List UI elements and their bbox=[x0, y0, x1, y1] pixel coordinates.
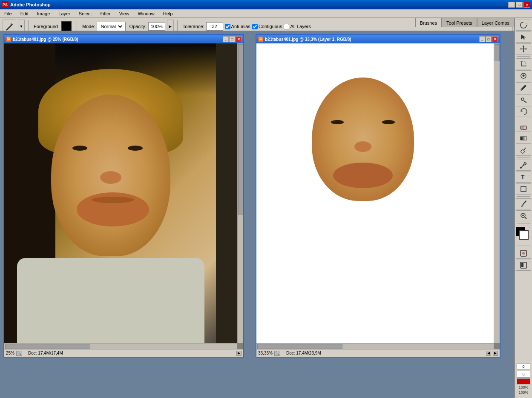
rtool-screen-mode[interactable] bbox=[516, 260, 531, 271]
doc-1-nav-right[interactable]: ▶ bbox=[236, 351, 242, 356]
rtool-brush[interactable] bbox=[516, 82, 531, 93]
all-layers-checkbox-label[interactable]: All Layers bbox=[284, 24, 311, 29]
tab-layer-comps[interactable]: Layer Comps bbox=[477, 18, 514, 27]
doc-1-icon: 🖼 bbox=[6, 37, 11, 42]
svg-rect-14 bbox=[521, 186, 526, 192]
doc-1-hscroll[interactable] bbox=[4, 343, 237, 349]
doc-1-zoom-icon[interactable]: 🔍 bbox=[16, 351, 22, 356]
all-layers-label: All Layers bbox=[290, 24, 311, 29]
dodge-icon bbox=[520, 146, 527, 154]
opacity-input[interactable] bbox=[148, 22, 165, 31]
doc-1-image bbox=[4, 43, 237, 343]
mode-label: Mode: bbox=[82, 24, 95, 29]
doc-2-controls: _ □ ✕ bbox=[479, 36, 498, 42]
doc-2-hscroll[interactable] bbox=[256, 343, 494, 349]
rtool-dodge[interactable] bbox=[516, 145, 531, 156]
doc-2-zoom: 33,33% bbox=[258, 351, 273, 355]
rtool-heal[interactable] bbox=[516, 70, 531, 81]
contiguous-checkbox[interactable] bbox=[252, 24, 258, 29]
tab-tool-presets[interactable]: Tool Presets bbox=[442, 18, 477, 27]
right-tool-panel: T 100% 100% bbox=[514, 18, 532, 398]
doc-2-nav-right[interactable]: ▶ bbox=[493, 351, 498, 356]
menu-window[interactable]: Window bbox=[135, 10, 157, 17]
color-swap-area[interactable] bbox=[516, 227, 531, 242]
main-workspace: 🖼 b21tabus401.jpg @ 25% (RGB/8) _ □ ✕ bbox=[0, 31, 514, 398]
menu-filter[interactable]: Filter bbox=[98, 10, 113, 17]
rtool-select[interactable] bbox=[516, 31, 531, 43]
menu-help[interactable]: Help bbox=[161, 10, 175, 17]
ext-right-eye bbox=[382, 120, 395, 124]
menu-image[interactable]: Image bbox=[35, 10, 53, 17]
right-input-2[interactable] bbox=[517, 371, 530, 378]
doc-1-canvas[interactable] bbox=[4, 43, 243, 349]
color-indicator bbox=[517, 378, 530, 384]
menu-view[interactable]: View bbox=[117, 10, 132, 17]
brush-icon bbox=[520, 84, 527, 92]
rtool-lasso[interactable] bbox=[516, 20, 531, 31]
rtool-div-4 bbox=[517, 196, 530, 197]
doc-1-minimize[interactable]: _ bbox=[223, 36, 229, 42]
rtool-clone[interactable] bbox=[516, 94, 531, 105]
menu-select[interactable]: Select bbox=[76, 10, 95, 17]
doc-2-minimize[interactable]: _ bbox=[479, 36, 485, 42]
doc-1-maximize[interactable]: □ bbox=[229, 36, 235, 42]
anti-alias-checkbox[interactable] bbox=[225, 24, 230, 29]
doc-2-doc-info: Doc: 17,4M/23,9M bbox=[286, 351, 321, 355]
rtool-crop[interactable] bbox=[516, 58, 531, 69]
doc-1-close[interactable]: ✕ bbox=[236, 36, 242, 42]
zoom-icon bbox=[520, 212, 527, 220]
tab-brushes[interactable]: Brushes bbox=[415, 18, 442, 27]
bg-color[interactable] bbox=[519, 230, 529, 240]
menu-edit[interactable]: Edit bbox=[18, 10, 31, 17]
doc-2-statusbar: 33,33% 🔍 Doc: 17,4M/23,9M ◀ ▶ bbox=[256, 349, 500, 357]
doc-2-close[interactable]: ✕ bbox=[492, 36, 498, 42]
rtool-shape[interactable] bbox=[516, 183, 531, 195]
svg-rect-20 bbox=[521, 263, 523, 267]
rtool-quick-mask[interactable] bbox=[516, 248, 531, 259]
foreground-color-swatch[interactable] bbox=[61, 21, 72, 31]
doc-1-vscroll-thumb bbox=[238, 44, 243, 215]
rtool-history[interactable] bbox=[516, 106, 531, 117]
maximize-button[interactable]: □ bbox=[516, 2, 523, 8]
mode-select[interactable]: Normal Multiply Screen bbox=[99, 23, 124, 29]
right-input-1[interactable] bbox=[517, 363, 530, 370]
svg-point-12 bbox=[520, 167, 522, 169]
doc-2-vscroll[interactable] bbox=[494, 43, 500, 343]
shirt bbox=[17, 258, 204, 343]
contiguous-label: Contiguous bbox=[259, 24, 282, 29]
svg-line-16 bbox=[525, 217, 526, 219]
tolerance-input[interactable] bbox=[206, 22, 223, 31]
rtool-zoom[interactable] bbox=[516, 210, 531, 221]
all-layers-checkbox[interactable] bbox=[284, 24, 289, 29]
minimize-button[interactable]: _ bbox=[508, 2, 515, 8]
contiguous-checkbox-label[interactable]: Contiguous bbox=[252, 24, 282, 29]
right-panel-inputs: 100% 100% bbox=[517, 363, 530, 396]
doc-1-vscroll[interactable] bbox=[237, 43, 243, 343]
menu-layer[interactable]: Layer bbox=[56, 10, 73, 17]
opacity-label: Opacity: bbox=[129, 24, 146, 29]
menu-bar: File Edit Image Layer Select Filter View… bbox=[0, 9, 532, 18]
rtool-move[interactable] bbox=[516, 43, 531, 54]
shape-icon bbox=[520, 185, 527, 193]
doc-2-maximize[interactable]: □ bbox=[486, 36, 492, 42]
gradient-icon bbox=[520, 135, 527, 142]
rtool-gradient[interactable] bbox=[516, 133, 531, 144]
doc-2-canvas[interactable] bbox=[256, 43, 500, 349]
doc-2-title: b21tabus401.jpg @ 33,3% (Layer 1, RGB/8) bbox=[265, 37, 351, 42]
left-eye bbox=[72, 146, 87, 151]
anti-alias-checkbox-label[interactable]: Anti-alias bbox=[225, 24, 250, 29]
doc-window-1: 🖼 b21tabus401.jpg @ 25% (RGB/8) _ □ ✕ bbox=[3, 34, 244, 358]
rtool-pen[interactable] bbox=[516, 160, 531, 171]
svg-rect-9 bbox=[523, 126, 526, 129]
rtool-eyedropper[interactable] bbox=[516, 198, 531, 209]
mode-dropdown[interactable]: Normal Multiply Screen bbox=[97, 22, 126, 31]
close-button[interactable]: ✕ bbox=[523, 2, 530, 8]
menu-file[interactable]: File bbox=[2, 10, 14, 17]
rtool-div-2 bbox=[517, 119, 530, 119]
doc-2-zoom-icon[interactable]: 🔍 bbox=[274, 351, 280, 356]
tolerance-label: Tolerance: bbox=[183, 24, 204, 29]
rtool-text[interactable]: T bbox=[516, 172, 531, 183]
doc-2-nav-left[interactable]: ◀ bbox=[486, 351, 491, 356]
rtool-eraser[interactable] bbox=[516, 121, 531, 132]
app-icon: PS bbox=[2, 1, 9, 8]
